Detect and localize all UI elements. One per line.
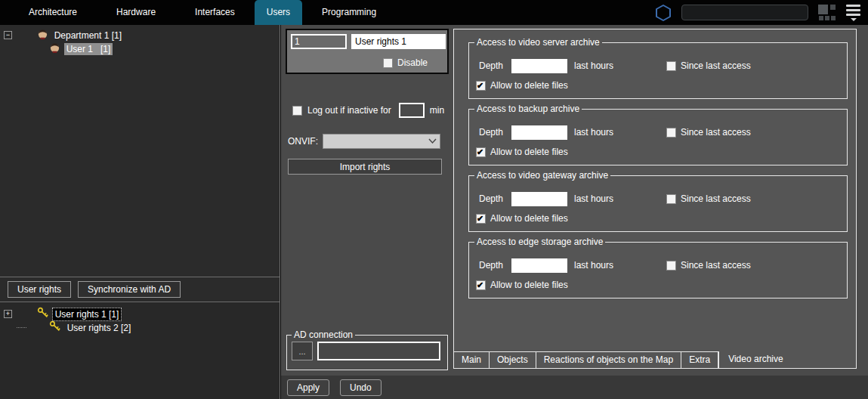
ad-connection-group: AD connection ... xyxy=(286,335,448,370)
since-last-access-label: Since last access xyxy=(681,127,751,138)
hamburger-menu-icon[interactable] xyxy=(846,5,860,21)
disable-checkbox[interactable] xyxy=(383,58,393,68)
tab-main[interactable]: Main xyxy=(454,352,490,368)
depth-row: Depth last hours Since last access xyxy=(479,191,841,206)
ad-connection-field[interactable] xyxy=(317,342,440,360)
allow-delete-label: Allow to delete files xyxy=(490,147,568,157)
disable-label: Disable xyxy=(397,57,428,68)
left-panel: − Department 1 [1] User 1 [1] xyxy=(0,25,280,399)
department-label[interactable]: Department 1 [1] xyxy=(52,29,124,42)
since-row: Since last access xyxy=(666,193,751,204)
allow-delete-row: Allow to delete files xyxy=(476,80,568,91)
tab-video-archive[interactable]: Video archive xyxy=(719,351,792,368)
depth-field[interactable] xyxy=(511,125,567,140)
depth-label: Depth xyxy=(479,193,511,204)
last-hours-label: last hours xyxy=(574,260,613,271)
archive-group-backup: Access to backup archive Depth last hour… xyxy=(468,109,848,165)
chevron-down-icon xyxy=(428,138,437,144)
allow-delete-label: Allow to delete files xyxy=(490,280,568,290)
tree-connector xyxy=(17,327,26,328)
last-hours-label: last hours xyxy=(574,127,613,138)
depth-row: Depth last hours Since last access xyxy=(479,125,841,140)
topbar-right xyxy=(654,0,868,25)
allow-delete-checkbox[interactable] xyxy=(476,81,486,91)
archive-groups: Access to video server archive Depth las… xyxy=(454,29,856,351)
archive-group-video-server: Access to video server archive Depth las… xyxy=(468,42,848,99)
allow-delete-row: Allow to delete files xyxy=(476,280,568,290)
logout-minutes-field[interactable] xyxy=(399,103,425,118)
user-rights-2-label[interactable]: User rights 2 [2] xyxy=(65,322,134,334)
depth-field[interactable] xyxy=(511,192,567,206)
id-field[interactable] xyxy=(291,34,347,49)
main-nav: Architecture Hardware Interfaces Users P… xyxy=(0,0,396,25)
name-field[interactable] xyxy=(351,34,446,49)
last-hours-label: last hours xyxy=(574,193,613,204)
allow-delete-row: Allow to delete files xyxy=(476,213,568,224)
user-rights-1-label[interactable]: User rights 1 [1] xyxy=(53,308,122,320)
group-title: Access to edge storage archive xyxy=(474,237,605,247)
collapse-expander-icon[interactable]: − xyxy=(4,31,12,39)
since-row: Since last access xyxy=(666,260,751,271)
nav-tab-programming[interactable]: Programming xyxy=(302,0,396,25)
logout-row: Log out if inactive for min xyxy=(292,103,444,118)
identity-box: Disable xyxy=(286,29,449,74)
group-title: Access to video gateway archive xyxy=(474,170,610,181)
tab-reactions[interactable]: Reactions of objects on the Map xyxy=(536,352,681,368)
tree-row-user-rights-2[interactable]: User rights 2 [2] xyxy=(0,321,280,334)
depth-row: Depth last hours Since last access xyxy=(479,258,841,273)
allow-delete-checkbox[interactable] xyxy=(476,147,486,157)
allow-delete-label: Allow to delete files xyxy=(490,80,568,91)
top-bar: Architecture Hardware Interfaces Users P… xyxy=(0,0,868,25)
depth-field[interactable] xyxy=(511,258,567,273)
depth-label: Depth xyxy=(479,260,511,271)
ad-browse-button[interactable]: ... xyxy=(292,342,313,360)
settings-panel: Disable Log out if inactive for min ONVI… xyxy=(281,25,868,399)
tree-row-user[interactable]: User 1 [1] xyxy=(0,42,280,55)
undo-button[interactable]: Undo xyxy=(340,379,381,396)
since-last-access-label: Since last access xyxy=(681,60,751,71)
apply-bar: Apply Undo xyxy=(281,376,868,399)
depth-label: Depth xyxy=(479,60,511,71)
nav-tab-hardware[interactable]: Hardware xyxy=(97,0,175,25)
allow-delete-checkbox[interactable] xyxy=(476,280,486,290)
tab-extra[interactable]: Extra xyxy=(681,352,718,368)
since-last-access-checkbox[interactable] xyxy=(666,194,676,204)
nav-tab-interfaces[interactable]: Interfaces xyxy=(175,0,255,25)
archive-group-edge-storage: Access to edge storage archive Depth las… xyxy=(468,242,848,298)
logout-checkbox[interactable] xyxy=(292,106,302,116)
key-icon xyxy=(29,310,61,345)
apply-button[interactable]: Apply xyxy=(287,379,329,396)
onvif-row: ONVIF: xyxy=(288,134,440,149)
search-input[interactable] xyxy=(681,5,808,20)
logout-label: Log out if inactive for xyxy=(307,105,391,116)
ad-connection-title: AD connection xyxy=(292,329,355,340)
depth-field[interactable] xyxy=(511,59,567,73)
since-last-access-checkbox[interactable] xyxy=(666,128,676,138)
since-last-access-label: Since last access xyxy=(681,193,751,204)
expand-expander-icon[interactable]: + xyxy=(4,310,12,318)
onvif-label: ONVIF: xyxy=(288,136,323,147)
inactive-tabs: Main Objects Reactions of objects on the… xyxy=(454,351,719,368)
user-label[interactable]: User 1 [1] xyxy=(64,43,113,55)
allow-delete-row: Allow to delete files xyxy=(476,147,568,157)
depth-label: Depth xyxy=(479,127,511,138)
video-archive-page: Access to video server archive Depth las… xyxy=(453,29,857,369)
tab-objects[interactable]: Objects xyxy=(490,352,536,368)
since-last-access-checkbox[interactable] xyxy=(666,61,676,71)
bottom-tab-strip: Main Objects Reactions of objects on the… xyxy=(454,351,856,368)
since-row: Since last access xyxy=(666,60,751,71)
disable-row: Disable xyxy=(383,57,428,68)
nav-tab-users[interactable]: Users xyxy=(255,0,302,25)
min-label: min xyxy=(430,105,444,116)
import-rights-button[interactable]: Import rights xyxy=(288,159,442,175)
group-title: Access to video server archive xyxy=(474,37,602,48)
onvif-select[interactable] xyxy=(323,134,440,149)
since-row: Since last access xyxy=(666,127,751,138)
depth-row: Depth last hours Since last access xyxy=(479,58,841,73)
user-icon xyxy=(29,32,60,66)
user-rights-button[interactable]: User rights xyxy=(8,281,71,298)
since-last-access-checkbox[interactable] xyxy=(666,261,676,271)
layouts-grid-icon[interactable] xyxy=(817,4,837,21)
synchronize-ad-button[interactable]: Synchronize with AD xyxy=(78,281,181,298)
allow-delete-checkbox[interactable] xyxy=(476,214,486,224)
